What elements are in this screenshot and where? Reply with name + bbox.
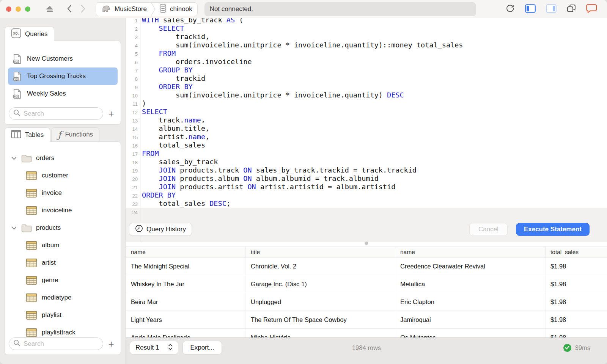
eject-disconnect-button[interactable]: [46, 5, 54, 14]
sql-editor[interactable]: 1WITH sales_by_track AS (2 SELECT3 track…: [126, 18, 607, 242]
back-button[interactable]: [67, 5, 72, 14]
code-line[interactable]: 24: [126, 208, 607, 216]
table-cell[interactable]: Metallica: [395, 275, 546, 293]
tree-folder-item[interactable]: orders: [8, 149, 118, 167]
table-cell[interactable]: Minha História: [246, 329, 395, 337]
code-line[interactable]: 18 sales_by_track: [126, 158, 607, 166]
code-line[interactable]: 9 ORDER BY: [126, 83, 607, 91]
column-header[interactable]: name: [395, 247, 546, 257]
feedback-button[interactable]: [586, 4, 597, 14]
code-line[interactable]: 17FROM: [126, 149, 607, 158]
queries-search-input[interactable]: [24, 110, 99, 118]
tree-table-item[interactable]: playlist: [8, 306, 118, 324]
code-line[interactable]: 5 FROM: [126, 49, 607, 58]
column-header[interactable]: total_sales: [546, 247, 607, 257]
code-line[interactable]: 3 trackid,: [126, 33, 607, 41]
chevron-down-icon[interactable]: [11, 226, 17, 230]
code-line[interactable]: 15 artist.name,: [126, 133, 607, 141]
code-line[interactable]: 11): [126, 99, 607, 108]
tab-queries[interactable]: SQL Queries: [5, 27, 54, 41]
table-cell[interactable]: Ando Meio Desligado: [126, 329, 246, 337]
table-cell[interactable]: Eric Clapton: [395, 293, 546, 311]
table-row[interactable]: Beira MarUnpluggedEric Clapton$1.98: [126, 293, 607, 311]
query-list-item[interactable]: SQLNew Customers: [8, 50, 118, 67]
tree-folder-item[interactable]: products: [8, 219, 118, 237]
code-line[interactable]: 20 JOIN products.album ON album.albumid …: [126, 174, 607, 183]
divider-handle-icon[interactable]: [365, 242, 368, 245]
code-line[interactable]: 4 sum(invoiceline.unitprice * invoicelin…: [126, 41, 607, 49]
query-list-item[interactable]: SQLTop Grossing Tracks: [8, 67, 118, 85]
tables-search-input[interactable]: [24, 340, 99, 348]
table-cell[interactable]: Creedence Clearwater Revival: [395, 257, 546, 275]
code-line[interactable]: 13 track.name,: [126, 116, 607, 124]
table-cell[interactable]: Jamiroquai: [395, 311, 546, 328]
tree-table-item[interactable]: album: [8, 237, 118, 254]
code-area[interactable]: 1WITH sales_by_track AS (2 SELECT3 track…: [126, 18, 607, 220]
queries-search-field[interactable]: [9, 107, 103, 120]
close-window-button[interactable]: [6, 6, 11, 12]
table-cell[interactable]: Whiskey In The Jar: [126, 275, 246, 293]
result-selector[interactable]: Result 1: [130, 341, 178, 355]
table-cell[interactable]: $1.98: [546, 329, 607, 337]
execute-statement-button[interactable]: Execute Statement: [516, 223, 590, 236]
table-cell[interactable]: Garage Inc. (Disc 1): [246, 275, 395, 293]
code-line[interactable]: 22ORDER BY: [126, 191, 607, 199]
chevron-down-icon[interactable]: [11, 157, 17, 160]
tree-table-item[interactable]: genre: [8, 271, 118, 289]
add-table-button[interactable]: +: [105, 339, 117, 349]
code-line[interactable]: 23 total_sales DESC;: [126, 199, 607, 208]
column-header[interactable]: title: [246, 247, 395, 257]
tree-table-item[interactable]: customer: [8, 167, 118, 184]
code-line[interactable]: 6 orders.invoiceline: [126, 58, 607, 66]
queries-list: SQLNew CustomersSQLTop Grossing TracksSQ…: [8, 50, 118, 102]
table-cell[interactable]: Chronicle, Vol. 2: [246, 257, 395, 275]
tree-table-item[interactable]: playlisttrack: [8, 324, 118, 337]
table-row[interactable]: The Midnight SpecialChronicle, Vol. 2Cre…: [126, 257, 607, 275]
refresh-button[interactable]: [505, 4, 515, 14]
table-row[interactable]: Whiskey In The JarGarage Inc. (Disc 1)Me…: [126, 275, 607, 293]
code-line[interactable]: 1WITH sales_by_track AS (: [126, 18, 607, 24]
tables-search-field[interactable]: [9, 337, 103, 350]
code-line[interactable]: 7 GROUP BY: [126, 66, 607, 74]
code-line[interactable]: 12SELECT: [126, 108, 607, 116]
table-cell[interactable]: Light Years: [126, 311, 246, 328]
toggle-left-sidebar-button[interactable]: [525, 4, 536, 14]
forward-button[interactable]: [80, 5, 86, 14]
table-cell[interactable]: The Midnight Special: [126, 257, 246, 275]
tab-functions[interactable]: ƒ Functions: [51, 127, 99, 142]
table-row[interactable]: Light YearsThe Return Of The Space Cowbo…: [126, 311, 607, 329]
code-line[interactable]: 8 trackid: [126, 74, 607, 83]
table-cell[interactable]: Os Mutantes: [395, 329, 546, 337]
add-query-button[interactable]: +: [105, 109, 117, 119]
cancel-button[interactable]: Cancel: [469, 223, 508, 236]
minimize-window-button[interactable]: [16, 6, 21, 12]
table-cell[interactable]: The Return Of The Space Cowboy: [246, 311, 395, 328]
tree-table-item[interactable]: mediatype: [8, 289, 118, 306]
code-line[interactable]: 19 JOIN products.track ON sales_by_track…: [126, 166, 607, 174]
toggle-right-sidebar-button[interactable]: [546, 4, 557, 14]
table-cell[interactable]: $1.98: [546, 311, 607, 328]
code-line[interactable]: 14 album.title,: [126, 124, 607, 133]
tree-table-item[interactable]: invoiceline: [8, 202, 118, 219]
zoom-window-button[interactable]: [25, 6, 30, 12]
code-line[interactable]: 2 SELECT: [126, 24, 607, 33]
code-line[interactable]: 16 total_sales: [126, 141, 607, 149]
tab-tables[interactable]: Tables: [5, 127, 50, 142]
windows-button[interactable]: [567, 4, 576, 14]
query-list-item[interactable]: SQLWeekly Sales: [8, 85, 118, 102]
code-line[interactable]: 10 sum(invoiceline.unitprice * invoiceli…: [126, 91, 607, 99]
tree-table-item[interactable]: invoice: [8, 184, 118, 202]
split-divider[interactable]: [126, 242, 607, 246]
table-cell[interactable]: $1.98: [546, 257, 607, 275]
table-row[interactable]: Ando Meio DesligadoMinha HistóriaOs Muta…: [126, 329, 607, 337]
tree-table-item[interactable]: artist: [8, 254, 118, 271]
code-line[interactable]: 21 JOIN products.artist ON artist.artist…: [126, 183, 607, 191]
breadcrumb[interactable]: MusicStore chinook: [96, 2, 198, 16]
column-header[interactable]: name: [126, 247, 246, 257]
table-cell[interactable]: $1.98: [546, 275, 607, 293]
query-history-button[interactable]: Query History: [129, 223, 192, 236]
export-button[interactable]: Export...: [182, 341, 222, 355]
table-cell[interactable]: Beira Mar: [126, 293, 246, 311]
table-cell[interactable]: $1.98: [546, 293, 607, 311]
table-cell[interactable]: Unplugged: [246, 293, 395, 311]
